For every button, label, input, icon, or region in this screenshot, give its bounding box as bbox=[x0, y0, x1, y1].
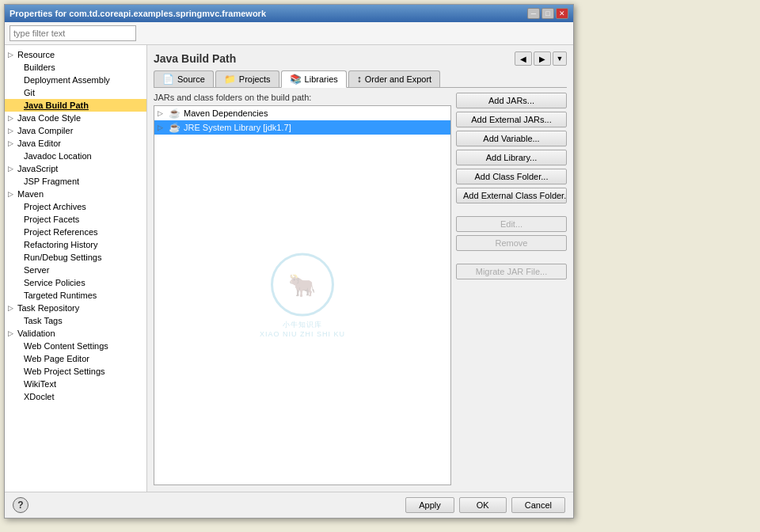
sidebar-item-builders[interactable]: Builders bbox=[5, 61, 146, 74]
add-variable-button[interactable]: Add Variable... bbox=[456, 131, 567, 146]
tab-label: Projects bbox=[239, 74, 271, 84]
tab-label: Order and Export bbox=[365, 74, 431, 84]
tab-source[interactable]: 📄Source bbox=[154, 70, 214, 87]
sidebar-item-task-tags[interactable]: Task Tags bbox=[5, 314, 146, 327]
build-list[interactable]: ▷☕Maven Dependencies▷☕JRE System Library… bbox=[154, 105, 451, 485]
build-list-item-maven-deps[interactable]: ▷☕Maven Dependencies bbox=[154, 106, 450, 120]
ok-button[interactable]: OK bbox=[459, 497, 507, 513]
list-section: JARs and class folders on the build path… bbox=[154, 93, 451, 485]
list-item-expand: ▷ bbox=[158, 124, 165, 131]
cancel-button[interactable]: Cancel bbox=[511, 497, 565, 513]
sidebar-item-web-content-settings[interactable]: Web Content Settings bbox=[5, 340, 146, 352]
sidebar-item-label: Web Page Editor bbox=[24, 354, 89, 363]
projects-icon: 📁 bbox=[224, 74, 236, 85]
watermark: 🐂 小牛知识库 XIAO NIU ZHI SHI KU bbox=[260, 253, 345, 338]
sidebar-item-task-repository[interactable]: ▷Task Repository bbox=[5, 302, 146, 314]
add-class-folder-button[interactable]: Add Class Folder... bbox=[456, 169, 567, 184]
sidebar-item-validation[interactable]: ▷Validation bbox=[5, 327, 146, 340]
add-external-jars-button[interactable]: Add External JARs... bbox=[456, 112, 567, 127]
build-list-item-jre-system-lib[interactable]: ▷☕JRE System Library [jdk1.7] bbox=[154, 120, 450, 135]
list-item-label: JRE System Library [jdk1.7] bbox=[184, 123, 291, 132]
sidebar-item-label: Web Content Settings bbox=[24, 341, 108, 351]
maximize-button[interactable]: □ bbox=[542, 8, 554, 19]
apply-button[interactable]: Apply bbox=[405, 497, 454, 513]
sidebar-item-label: JSP Fragment bbox=[24, 177, 79, 186]
list-item-icon: ☕ bbox=[169, 122, 180, 133]
sidebar-item-service-policies[interactable]: Service Policies bbox=[5, 276, 146, 289]
filter-bar bbox=[5, 22, 573, 45]
title-bar: Properties for com.td.coreapi.examples.s… bbox=[5, 5, 573, 22]
nav-dropdown-button[interactable]: ▼ bbox=[553, 51, 567, 66]
sidebar-item-jsp-fragment[interactable]: JSP Fragment bbox=[5, 175, 146, 188]
remove-button[interactable]: Remove bbox=[456, 235, 567, 251]
sidebar: ▷ResourceBuildersDeployment AssemblyGitJ… bbox=[5, 45, 147, 492]
sidebar-item-javadoc-location[interactable]: Javadoc Location bbox=[5, 150, 146, 162]
sidebar-item-javascript[interactable]: ▷JavaScript bbox=[5, 162, 146, 175]
main-content: ▷ResourceBuildersDeployment AssemblyGitJ… bbox=[5, 45, 573, 492]
sidebar-item-label: JavaScript bbox=[17, 164, 58, 173]
sidebar-item-web-page-editor[interactable]: Web Page Editor bbox=[5, 352, 146, 365]
title-controls: ─ □ ✕ bbox=[527, 8, 568, 19]
sidebar-item-label: Deployment Assembly bbox=[24, 75, 110, 85]
back-button[interactable]: ◀ bbox=[515, 51, 532, 66]
add-library-button[interactable]: Add Library... bbox=[456, 150, 567, 165]
window-body: ▷ResourceBuildersDeployment AssemblyGitJ… bbox=[5, 22, 573, 518]
sidebar-item-wikitext[interactable]: WikiText bbox=[5, 378, 146, 390]
tab-label: Source bbox=[177, 74, 205, 84]
sidebar-item-label: Java Code Style bbox=[17, 113, 81, 123]
sidebar-item-label: Refactoring History bbox=[24, 240, 98, 249]
sidebar-item-label: Java Editor bbox=[17, 139, 61, 148]
list-item-label: Maven Dependencies bbox=[184, 108, 268, 118]
sidebar-item-targeted-runtimes[interactable]: Targeted Runtimes bbox=[5, 289, 146, 302]
sidebar-item-server[interactable]: Server bbox=[5, 264, 146, 276]
close-button[interactable]: ✕ bbox=[556, 8, 568, 19]
sidebar-item-java-build-path[interactable]: Java Build Path bbox=[5, 99, 146, 112]
sidebar-item-xdoclet[interactable]: XDoclet bbox=[5, 390, 146, 403]
sidebar-item-label: Targeted Runtimes bbox=[24, 291, 97, 300]
expand-arrow: ▷ bbox=[8, 304, 16, 312]
sidebar-item-maven[interactable]: ▷Maven bbox=[5, 188, 146, 200]
sidebar-item-label: Web Project Settings bbox=[24, 367, 105, 376]
sidebar-item-project-references[interactable]: Project References bbox=[5, 226, 146, 238]
expand-arrow: ▷ bbox=[8, 165, 16, 173]
sidebar-item-deployment-assembly[interactable]: Deployment Assembly bbox=[5, 74, 146, 86]
sidebar-item-java-compiler[interactable]: ▷Java Compiler bbox=[5, 124, 146, 137]
build-path-content: JARs and class folders on the build path… bbox=[154, 93, 567, 485]
window-title: Properties for com.td.coreapi.examples.s… bbox=[10, 9, 266, 18]
nav-arrows: ◀ ▶ ▼ bbox=[515, 51, 567, 66]
sidebar-item-project-facets[interactable]: Project Facets bbox=[5, 213, 146, 226]
main-window: Properties for com.td.coreapi.examples.s… bbox=[4, 4, 574, 519]
add-jars-button[interactable]: Add JARs... bbox=[456, 93, 567, 108]
sidebar-item-run-debug-settings[interactable]: Run/Debug Settings bbox=[5, 251, 146, 264]
migrate-jar-button[interactable]: Migrate JAR File... bbox=[456, 264, 567, 279]
forward-button[interactable]: ▶ bbox=[534, 51, 551, 66]
sidebar-item-web-project-settings[interactable]: Web Project Settings bbox=[5, 365, 146, 378]
source-icon: 📄 bbox=[162, 74, 174, 85]
expand-arrow: ▷ bbox=[8, 139, 16, 147]
sidebar-item-java-code-style[interactable]: ▷Java Code Style bbox=[5, 112, 146, 124]
list-item-icon: ☕ bbox=[169, 108, 180, 119]
sidebar-item-git[interactable]: Git bbox=[5, 86, 146, 99]
sidebar-item-java-editor[interactable]: ▷Java Editor bbox=[5, 137, 146, 150]
edit-button[interactable]: Edit... bbox=[456, 216, 567, 232]
add-external-class-folder-button[interactable]: Add External Class Folder... bbox=[456, 188, 567, 203]
tab-order-export[interactable]: ↕Order and Export bbox=[348, 70, 440, 87]
tab-libraries[interactable]: 📚Libraries bbox=[281, 70, 347, 88]
sidebar-item-label: Project References bbox=[24, 227, 98, 237]
watermark-text: 小牛知识库 bbox=[260, 320, 345, 330]
tab-projects[interactable]: 📁Projects bbox=[215, 70, 279, 87]
tabs-bar: 📄Source📁Projects📚Libraries↕Order and Exp… bbox=[154, 70, 567, 88]
watermark-subtext: XIAO NIU ZHI SHI KU bbox=[260, 330, 345, 338]
sidebar-item-label: Service Policies bbox=[24, 278, 86, 287]
help-button[interactable]: ? bbox=[13, 497, 28, 513]
filter-input[interactable] bbox=[10, 25, 136, 41]
sidebar-item-label: Task Repository bbox=[17, 303, 79, 313]
minimize-button[interactable]: ─ bbox=[527, 8, 540, 19]
sidebar-item-refactoring-history[interactable]: Refactoring History bbox=[5, 238, 146, 251]
sidebar-item-project-archives[interactable]: Project Archives bbox=[5, 200, 146, 213]
sidebar-item-label: WikiText bbox=[24, 379, 56, 389]
sidebar-item-label: Project Facets bbox=[24, 215, 79, 224]
sidebar-item-resource[interactable]: ▷Resource bbox=[5, 48, 146, 61]
sidebar-item-label: Git bbox=[24, 88, 35, 97]
expand-arrow: ▷ bbox=[8, 127, 16, 135]
